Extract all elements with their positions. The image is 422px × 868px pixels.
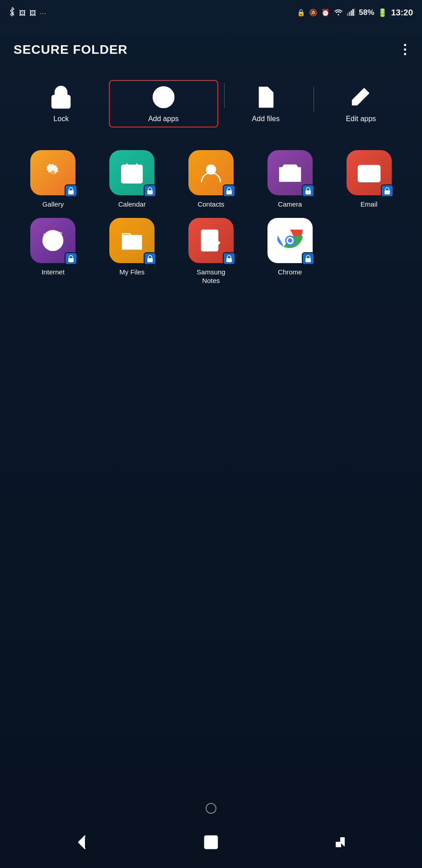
home-indicator [206,803,216,814]
security-icon: 🔒 [297,9,305,17]
svg-rect-41 [226,258,232,262]
battery-icon: 🔋 [378,8,387,18]
bluetooth-icon [9,7,15,19]
add-files-icon [253,85,278,109]
email-lock-badge [381,184,394,197]
camera-lock-badge [302,184,314,197]
more-menu-button[interactable] [402,42,408,57]
camera-label: Camera [278,200,302,209]
svg-rect-33 [68,258,74,262]
svg-rect-3 [352,9,354,16]
lock-icon [49,85,74,109]
email-label: Email [361,200,378,209]
wifi-icon [333,9,343,17]
svg-rect-1 [349,12,350,16]
svg-rect-23 [226,190,232,194]
email-icon-container [347,150,392,195]
calendar-label: Calendar [118,200,146,209]
app-grid: Gallery 2 [14,150,408,285]
gallery-icon-container [30,150,75,195]
svg-point-25 [288,173,292,176]
svg-rect-4 [354,9,355,16]
lock-label: Lock [53,115,69,123]
app-row-2: Internet [14,218,408,285]
chrome-icon-container [267,218,313,263]
gallery-icon-2: 🖼 [29,9,36,17]
svg-rect-0 [347,13,348,16]
time-display: 13:20 [391,8,413,18]
internet-label: Internet [42,268,65,277]
main-content: SECURE FOLDER Lock [0,24,422,294]
add-apps-label: Add apps [148,115,179,123]
dot-1 [404,44,406,46]
notes-label: Samsung Notes [197,268,225,285]
svg-point-14 [51,170,55,175]
internet-icon-container [30,218,75,263]
toolbar-lock[interactable]: Lock [14,85,109,123]
internet-lock-badge [65,252,77,265]
chrome-lock-badge [302,252,314,265]
svg-rect-46 [305,258,311,262]
notes-icon-container [188,218,234,263]
status-left-icons: 🖼 🖼 ··· [9,7,47,19]
app-row-1: Gallery 2 [14,150,408,209]
myfiles-label: My Files [119,268,145,277]
alarm-icon: ⏰ [321,9,330,17]
edit-apps-label: Edit apps [346,115,376,123]
dot-3 [404,53,406,55]
more-status-icon: ··· [40,9,47,17]
contacts-label: Contacts [197,200,224,209]
gallery-label: Gallery [42,200,64,209]
contacts-icon-container [188,150,234,195]
signal-icon [347,9,355,17]
contacts-lock-badge [223,184,235,197]
gallery-lock-badge [65,184,77,197]
app-gallery[interactable]: Gallery [14,150,93,209]
app-calendar[interactable]: 2 Calendar [93,150,172,209]
svg-point-45 [288,238,292,243]
add-apps-icon [151,85,176,109]
dot-2 [404,48,406,51]
toolbar-add-apps[interactable]: Add apps [109,80,219,127]
calendar-lock-badge [144,184,156,197]
svg-rect-26 [305,190,311,194]
camera-icon-container [267,150,313,195]
mute-icon: 🔕 [309,9,318,17]
back-button[interactable] [69,829,96,856]
app-internet[interactable]: Internet [14,218,93,285]
recents-button[interactable] [326,829,353,856]
svg-rect-28 [384,190,390,194]
svg-rect-2 [351,10,352,16]
navigation-bar [0,823,422,868]
home-button[interactable] [197,829,225,856]
svg-rect-36 [147,258,153,262]
app-myfiles[interactable]: My Files [93,218,172,285]
add-files-label: Add files [252,115,280,123]
app-camera[interactable]: Camera [250,150,329,209]
app-email[interactable]: Email [329,150,408,209]
svg-rect-21 [147,190,153,194]
svg-point-6 [59,99,63,103]
battery-percent: 58% [359,8,374,17]
myfiles-lock-badge [144,252,156,265]
page-title: SECURE FOLDER [14,42,128,57]
app-contacts[interactable]: Contacts [172,150,251,209]
status-right-icons: 🔒 🔕 ⏰ 58% 🔋 13:20 [297,8,413,18]
notes-lock-badge [223,252,235,265]
svg-text:2: 2 [129,170,133,179]
app-chrome[interactable]: Chrome [250,218,329,285]
toolbar-add-files[interactable]: Add files [218,85,314,123]
toolbar: Lock Add apps [14,80,408,127]
app-samsung-notes[interactable]: Samsung Notes [172,218,251,285]
svg-rect-47 [205,836,217,849]
chrome-label: Chrome [278,268,302,277]
svg-rect-15 [68,190,74,194]
header: SECURE FOLDER [14,42,408,57]
gallery-icon-1: 🖼 [19,9,26,17]
myfiles-icon-container [109,218,155,263]
status-bar: 🖼 🖼 ··· 🔒 🔕 ⏰ 58% 🔋 13:20 [0,0,422,24]
calendar-icon-container: 2 [109,150,155,195]
edit-apps-icon [348,85,373,109]
toolbar-edit-apps[interactable]: Edit apps [314,85,409,123]
